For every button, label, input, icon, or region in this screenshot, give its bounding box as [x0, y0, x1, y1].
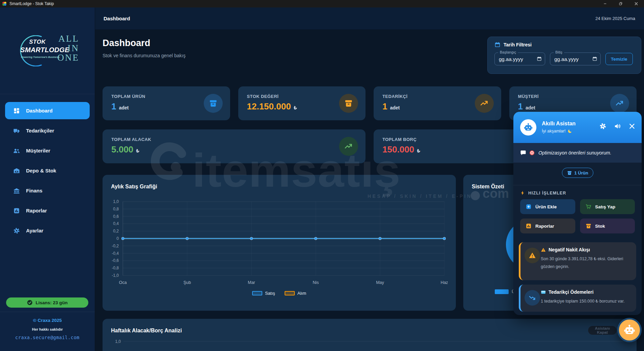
- close-button[interactable]: [628, 0, 644, 7]
- stat-icon-wrap: [475, 94, 494, 113]
- titlebar: SmartLodge - Stok Takip: [0, 0, 644, 7]
- svg-text:Oca: Oca: [119, 280, 127, 285]
- pie-legend-swatch: [495, 289, 509, 294]
- gear-icon: [13, 227, 20, 234]
- svg-text:0,6: 0,6: [113, 214, 119, 219]
- sidebar-item-tedarikciler[interactable]: Tedarikçiler: [5, 122, 90, 139]
- quick-action-satis-yap[interactable]: Satış Yap: [580, 199, 635, 214]
- assistant-close-icon-button[interactable]: [628, 123, 636, 130]
- sidebar-item-ayarlar[interactable]: Ayarlar: [5, 222, 90, 239]
- license-label: Lisans: 23 gün: [36, 300, 68, 305]
- stat-unit: adet: [119, 105, 129, 110]
- clear-filter-button[interactable]: Temizle: [605, 53, 633, 65]
- minimize-button[interactable]: [597, 0, 613, 7]
- stat-card-stok-degeri: STOK DEĞERİ12.150.000₺: [238, 86, 366, 120]
- stat-label: TOPLAM BORÇ: [382, 137, 417, 142]
- weekly-analysis-card: Haftalık Alacak/Borç Analizi 1,0: [103, 319, 637, 351]
- stat-value: 1: [111, 101, 116, 112]
- assistant-settings-button[interactable]: [599, 123, 606, 130]
- assistant-sound-button[interactable]: [614, 123, 621, 130]
- lightning-icon: [520, 190, 525, 195]
- sidebar-item-label: Depo & Stok: [26, 168, 56, 173]
- notification-icon-wrap: [525, 248, 540, 263]
- notification-body: Son 30 günde 3.391.012,78 ₺ eksi. Giderl…: [541, 255, 633, 271]
- stat-icon-wrap: [339, 94, 358, 113]
- quick-actions-grid: Ürün EkleSatış YapRaporlarStok: [520, 199, 635, 233]
- quick-action-raporlar[interactable]: Raporlar: [520, 219, 575, 233]
- weekly-gridline: [124, 341, 626, 342]
- stat-unit: ₺: [294, 105, 297, 110]
- assistant-header: Akıllı Asistan İyi akşamlar!: [513, 112, 642, 143]
- stat-card-toplam-urun: TOPLAM ÜRÜN1adet: [103, 86, 230, 120]
- calendar-icon[interactable]: [592, 56, 597, 61]
- stat-value: 150.000: [382, 144, 414, 155]
- date-field-start: Başlangıç: [494, 53, 545, 65]
- svg-text:-0,4: -0,4: [112, 251, 119, 256]
- sidebar-item-dashboard[interactable]: Dashboard: [5, 102, 90, 119]
- topbar-date: 24 Ekim 2025 Cuma: [595, 16, 635, 21]
- speech-bubble-icon: [520, 150, 526, 156]
- assistant-greeting: İyi akşamlar!: [542, 129, 572, 133]
- svg-text:0,4: 0,4: [113, 221, 119, 226]
- assistant-divider: [513, 185, 642, 185]
- calendar-icon[interactable]: [537, 56, 542, 61]
- close-icon: [634, 2, 638, 6]
- calendar-icon: [494, 42, 501, 48]
- quick-actions-title: HIZLI İŞLEMLER: [520, 190, 566, 195]
- svg-text:-1,0: -1,0: [112, 273, 119, 278]
- sidebar-item-label: Tedarikçiler: [26, 128, 54, 133]
- svg-text:-0,6: -0,6: [112, 258, 119, 263]
- sidebar-item-finans[interactable]: Finans: [5, 182, 90, 199]
- svg-text:-0,2: -0,2: [112, 244, 119, 248]
- trending-down-icon: [529, 294, 536, 302]
- sidebar-item-musteriler[interactable]: Müşteriler: [5, 142, 90, 159]
- bar-chart-icon: [13, 207, 20, 214]
- archive-icon: [344, 99, 353, 108]
- svg-text:Nis: Nis: [313, 280, 319, 285]
- date-field-label: Bitiş: [554, 50, 564, 54]
- copyright: © Craxa 2025: [0, 318, 95, 323]
- date-field-end: Bitiş: [550, 53, 601, 65]
- stat-label: TOPLAM ALACAK: [111, 137, 151, 142]
- sidebar-footer-divider: [0, 312, 95, 312]
- stat-icon-wrap: [204, 94, 223, 113]
- quick-action-urun-ekle[interactable]: Ürün Ekle: [520, 199, 575, 214]
- license-badge: Lisans: 23 gün: [6, 297, 88, 308]
- legend-swatch: [252, 291, 262, 295]
- window-controls: [597, 0, 644, 7]
- sidebar-item-depo-stok[interactable]: Depo & Stok: [5, 162, 90, 179]
- stat-icon-wrap: [339, 137, 358, 156]
- assistant-fab-button[interactable]: [617, 318, 642, 342]
- sidebar-item-label: Ayarlar: [26, 228, 43, 233]
- plus-square-icon: [526, 204, 532, 210]
- restore-button[interactable]: [613, 0, 628, 7]
- svg-text:0,8: 0,8: [113, 207, 119, 211]
- archive-icon: [585, 223, 592, 229]
- stat-value: 1: [382, 101, 387, 112]
- quick-action-label: Satış Yap: [595, 204, 616, 209]
- sidebar-item-raporlar[interactable]: Raporlar: [5, 202, 90, 219]
- notification-title: Negatif Nakit Akışı: [541, 247, 633, 252]
- sidebar: STOK SMARTLODGE Powering Tomorrow's Busi…: [0, 7, 95, 351]
- quick-action-label: Raporlar: [535, 224, 554, 229]
- assistant-message: Optimizasyon önerileri sunuyorum.: [513, 143, 642, 163]
- svg-text:0,2: 0,2: [113, 229, 119, 233]
- trending-up-icon: [615, 99, 624, 108]
- robot-icon: [623, 324, 636, 336]
- check-circle-icon: [27, 300, 33, 306]
- product-count-pill[interactable]: 1 Ürün: [562, 168, 593, 178]
- sidebar-item-label: Dashboard: [26, 108, 52, 113]
- sidebar-menu: DashboardTedarikçilerMüşterilerDepo & St…: [5, 102, 90, 239]
- assistant-avatar: [520, 119, 536, 136]
- stat-label: TOPLAM ÜRÜN: [111, 94, 145, 99]
- logo-stok: STOK: [29, 39, 46, 45]
- quick-action-stok[interactable]: Stok: [580, 219, 635, 233]
- stat-unit: adet: [526, 105, 535, 110]
- date-field-label: Başlangıç: [498, 50, 518, 54]
- contact-email-link[interactable]: craxa.secure@gmail.com: [0, 335, 95, 340]
- stat-card-toplam-alacak: TOPLAM ALACAK5.000₺: [103, 129, 365, 163]
- quick-action-label: Ürün Ekle: [535, 204, 557, 209]
- assistant-close-button[interactable]: Asistanı Kapat: [588, 326, 617, 335]
- stat-label: MÜŞTERİ: [518, 94, 539, 99]
- quick-action-label: Stok: [595, 224, 605, 229]
